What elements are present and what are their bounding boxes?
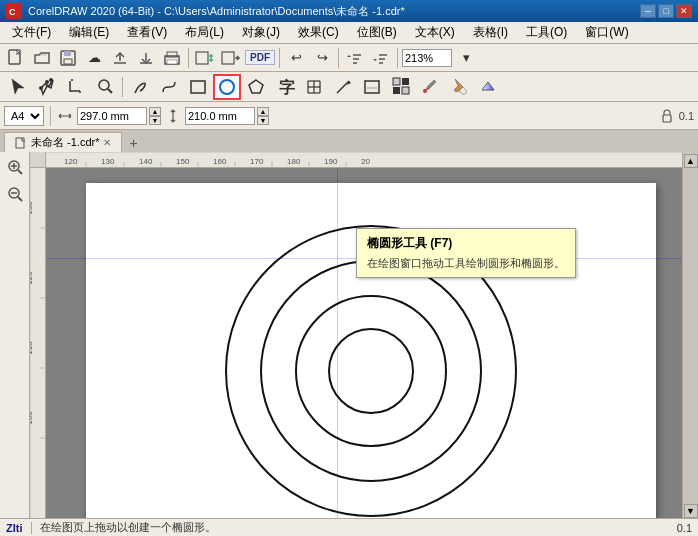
shape-tool[interactable] xyxy=(33,74,61,100)
minimize-button[interactable]: ─ xyxy=(640,4,656,18)
property-bar: A4 ▲ ▼ ▲ ▼ 0.1 xyxy=(0,102,698,130)
menu-item-10[interactable]: 窗口(W) xyxy=(577,22,636,43)
svg-text:110: 110 xyxy=(30,341,34,355)
menu-item-4[interactable]: 对象(J) xyxy=(234,22,288,43)
new-tab-button[interactable]: + xyxy=(124,134,142,152)
svg-text:170: 170 xyxy=(250,157,264,166)
scroll-up-button[interactable]: ▲ xyxy=(684,154,698,168)
menu-item-0[interactable]: 文件(F) xyxy=(4,22,59,43)
table-tool[interactable] xyxy=(300,74,328,100)
freehand-tool[interactable] xyxy=(126,74,154,100)
open-button[interactable] xyxy=(30,46,54,70)
separator3 xyxy=(338,48,339,68)
menu-item-6[interactable]: 位图(B) xyxy=(349,22,405,43)
interactive-fill-tool[interactable] xyxy=(474,74,502,100)
page-size-select[interactable]: A4 xyxy=(4,106,44,126)
svg-point-32 xyxy=(423,89,427,93)
menu-item-8[interactable]: 表格(I) xyxy=(465,22,516,43)
width-input[interactable] xyxy=(77,107,147,125)
menu-item-2[interactable]: 查看(V) xyxy=(119,22,175,43)
menu-item-1[interactable]: 编辑(E) xyxy=(61,22,117,43)
close-button[interactable]: ✕ xyxy=(676,4,692,18)
title-text: CorelDRAW 2020 (64-Bit) - C:\Users\Admin… xyxy=(28,4,634,19)
cloud-button[interactable]: ☁ xyxy=(82,46,106,70)
ellipse-tool[interactable] xyxy=(213,74,241,100)
tab-close-button[interactable]: ✕ xyxy=(103,137,111,148)
dimension-tool[interactable] xyxy=(358,74,386,100)
width-spin: ▲ ▼ xyxy=(149,107,161,125)
left-zoom-in[interactable] xyxy=(2,154,28,180)
ruler-vertical: 130 120 110 100 xyxy=(30,168,46,518)
crop-tool[interactable] xyxy=(62,74,90,100)
zoom-input[interactable] xyxy=(402,49,452,67)
svg-line-40 xyxy=(18,197,22,201)
pattern-tool[interactable] xyxy=(387,74,415,100)
svg-point-13 xyxy=(49,78,53,82)
height-group: ▲ ▼ xyxy=(185,107,269,125)
menu-item-9[interactable]: 工具(O) xyxy=(518,22,575,43)
selection-tool[interactable] xyxy=(4,74,32,100)
svg-text:150: 150 xyxy=(176,157,190,166)
svg-rect-4 xyxy=(64,51,71,56)
zoom-tool[interactable] xyxy=(91,74,119,100)
text-tool[interactable]: 字 xyxy=(271,74,299,100)
svg-rect-34 xyxy=(16,138,24,148)
undo-button[interactable]: ↩ xyxy=(284,46,308,70)
maximize-button[interactable]: □ xyxy=(658,4,674,18)
height-input[interactable] xyxy=(185,107,255,125)
rectangle-tool[interactable] xyxy=(184,74,212,100)
canvas-area[interactable]: 120 130 140 150 160 170 180 190 20 xyxy=(30,152,682,518)
redo-button[interactable]: ↪ xyxy=(310,46,334,70)
tooltip-body: 在绘图窗口拖动工具绘制圆形和椭圆形。 xyxy=(367,256,565,271)
scroll-down-button[interactable]: ▼ xyxy=(684,504,698,518)
print-button[interactable] xyxy=(160,46,184,70)
sort-desc-button[interactable] xyxy=(369,46,393,70)
fill-tool[interactable] xyxy=(445,74,473,100)
upload-button[interactable] xyxy=(108,46,132,70)
separator xyxy=(122,77,123,97)
svg-point-12 xyxy=(45,80,49,84)
document-tab[interactable]: 未命名 -1.cdr* ✕ xyxy=(4,132,122,152)
svg-rect-30 xyxy=(393,87,400,94)
ruler-v-marks: 130 120 110 100 xyxy=(30,168,46,518)
svg-text:字: 字 xyxy=(279,78,295,96)
zoom-dropdown[interactable]: ▾ xyxy=(454,46,478,70)
bezier-tool[interactable] xyxy=(155,74,183,100)
new-button[interactable] xyxy=(4,46,28,70)
export-button[interactable] xyxy=(219,46,243,70)
import-button[interactable] xyxy=(193,46,217,70)
right-scrollbar[interactable]: ▲ ▼ xyxy=(682,152,698,518)
svg-line-26 xyxy=(337,81,349,93)
menu-item-7[interactable]: 文本(X) xyxy=(407,22,463,43)
height-decrement[interactable]: ▼ xyxy=(257,116,269,125)
drawing-area[interactable]: 130 120 110 100 xyxy=(30,168,682,518)
svg-point-11 xyxy=(39,86,43,90)
window-buttons: ─ □ ✕ xyxy=(640,4,692,18)
canvas[interactable]: 椭圆形工具 (F7) 在绘图窗口拖动工具绘制圆形和椭圆形。 xyxy=(46,168,682,518)
save-button[interactable] xyxy=(56,46,80,70)
eyedropper-tool[interactable] xyxy=(416,74,444,100)
menu-item-5[interactable]: 效果(C) xyxy=(290,22,347,43)
ziti-label: ZIti xyxy=(6,522,23,534)
height-increment[interactable]: ▲ xyxy=(257,107,269,116)
width-decrement[interactable]: ▼ xyxy=(149,116,161,125)
svg-text:130: 130 xyxy=(30,201,34,215)
lock-icon xyxy=(659,108,675,124)
standard-toolbar: ☁ PDF ↩ ↪ ▾ xyxy=(0,44,698,72)
width-increment[interactable]: ▲ xyxy=(149,107,161,116)
svg-marker-18 xyxy=(249,80,263,93)
svg-text:140: 140 xyxy=(139,157,153,166)
tab-file-icon xyxy=(15,137,27,149)
svg-rect-28 xyxy=(393,78,400,85)
svg-point-70 xyxy=(261,261,481,481)
tab-bar: 未命名 -1.cdr* ✕ + xyxy=(0,130,698,152)
menu-item-3[interactable]: 布局(L) xyxy=(177,22,232,43)
connector-tool[interactable] xyxy=(329,74,357,100)
sort-asc-button[interactable] xyxy=(343,46,367,70)
left-zoom-out[interactable] xyxy=(2,181,28,207)
polygon-tool[interactable] xyxy=(242,74,270,100)
download-button[interactable] xyxy=(134,46,158,70)
coord-value: 0.1 xyxy=(679,110,694,122)
pdf-button[interactable]: PDF xyxy=(245,50,275,65)
svg-point-71 xyxy=(296,296,446,446)
